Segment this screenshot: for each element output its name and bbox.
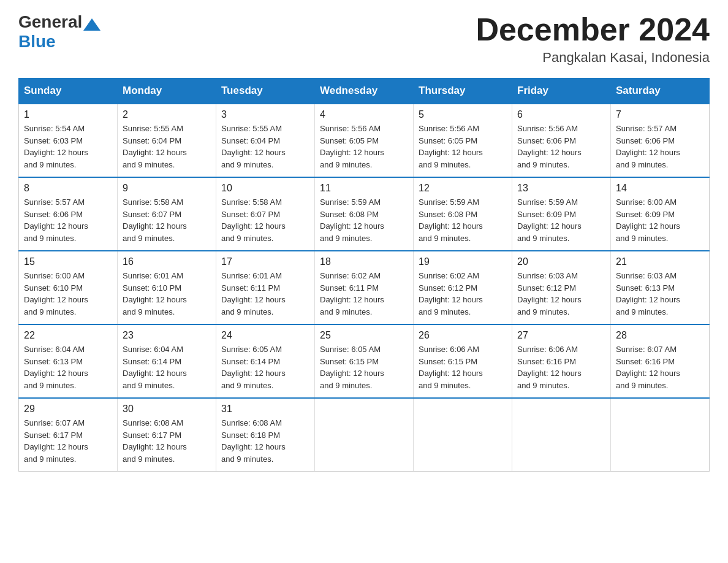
day-number: 12 — [419, 183, 507, 194]
day-number: 7 — [616, 109, 704, 120]
title-area: December 2024 Pangkalan Kasai, Indonesia — [476, 12, 710, 66]
day-number: 8 — [24, 183, 112, 194]
header-monday: Monday — [118, 79, 216, 104]
day-info: Sunrise: 5:55 AM Sunset: 6:04 PM Dayligh… — [221, 123, 309, 170]
day-number: 18 — [320, 256, 408, 267]
day-info: Sunrise: 5:59 AM Sunset: 6:09 PM Dayligh… — [517, 196, 605, 244]
day-info: Sunrise: 6:08 AM Sunset: 6:17 PM Dayligh… — [123, 417, 211, 465]
header-friday: Friday — [512, 79, 611, 104]
day-info: Sunrise: 6:00 AM Sunset: 6:10 PM Dayligh… — [24, 270, 112, 318]
day-number: 3 — [221, 109, 309, 120]
calendar-cell — [414, 398, 512, 472]
day-number: 27 — [517, 330, 605, 341]
calendar-cell: 31 Sunrise: 6:08 AM Sunset: 6:18 PM Dayl… — [216, 398, 315, 472]
calendar-cell — [611, 398, 710, 472]
page-header: General Blue December 2024 Pangkalan Kas… — [18, 12, 710, 66]
calendar-header-row: SundayMondayTuesdayWednesdayThursdayFrid… — [19, 79, 710, 104]
header-wednesday: Wednesday — [315, 79, 414, 104]
day-number: 17 — [221, 256, 309, 267]
day-info: Sunrise: 6:06 AM Sunset: 6:15 PM Dayligh… — [419, 343, 507, 391]
calendar-week-2: 8 Sunrise: 5:57 AM Sunset: 6:06 PM Dayli… — [19, 177, 710, 251]
calendar-cell: 3 Sunrise: 5:55 AM Sunset: 6:04 PM Dayli… — [216, 104, 315, 177]
day-info: Sunrise: 6:07 AM Sunset: 6:16 PM Dayligh… — [616, 343, 704, 391]
calendar-cell: 13 Sunrise: 5:59 AM Sunset: 6:09 PM Dayl… — [512, 177, 611, 251]
day-info: Sunrise: 6:02 AM Sunset: 6:12 PM Dayligh… — [419, 270, 507, 318]
calendar-cell: 21 Sunrise: 6:03 AM Sunset: 6:13 PM Dayl… — [611, 251, 710, 324]
location-title: Pangkalan Kasai, Indonesia — [476, 50, 710, 66]
calendar-cell: 15 Sunrise: 6:00 AM Sunset: 6:10 PM Dayl… — [19, 251, 118, 324]
day-number: 5 — [419, 109, 507, 120]
day-number: 6 — [517, 109, 605, 120]
day-number: 29 — [24, 404, 112, 415]
day-number: 14 — [616, 183, 704, 194]
day-number: 10 — [221, 183, 309, 194]
day-number: 26 — [419, 330, 507, 341]
day-info: Sunrise: 5:54 AM Sunset: 6:03 PM Dayligh… — [24, 123, 112, 170]
calendar-week-1: 1 Sunrise: 5:54 AM Sunset: 6:03 PM Dayli… — [19, 104, 710, 177]
day-number: 22 — [24, 330, 112, 341]
day-info: Sunrise: 5:59 AM Sunset: 6:08 PM Dayligh… — [419, 196, 507, 244]
day-info: Sunrise: 5:58 AM Sunset: 6:07 PM Dayligh… — [221, 196, 309, 244]
logo-text: General — [18, 12, 102, 32]
day-number: 9 — [123, 183, 211, 194]
day-info: Sunrise: 6:04 AM Sunset: 6:14 PM Dayligh… — [123, 343, 211, 391]
calendar-cell: 30 Sunrise: 6:08 AM Sunset: 6:17 PM Dayl… — [118, 398, 216, 472]
calendar-cell: 28 Sunrise: 6:07 AM Sunset: 6:16 PM Dayl… — [611, 324, 710, 398]
calendar-table: SundayMondayTuesdayWednesdayThursdayFrid… — [18, 78, 710, 472]
day-number: 28 — [616, 330, 704, 341]
calendar-cell: 23 Sunrise: 6:04 AM Sunset: 6:14 PM Dayl… — [118, 324, 216, 398]
day-info: Sunrise: 6:00 AM Sunset: 6:09 PM Dayligh… — [616, 196, 704, 244]
calendar-week-4: 22 Sunrise: 6:04 AM Sunset: 6:13 PM Dayl… — [19, 324, 710, 398]
calendar-cell: 17 Sunrise: 6:01 AM Sunset: 6:11 PM Dayl… — [216, 251, 315, 324]
calendar-cell: 18 Sunrise: 6:02 AM Sunset: 6:11 PM Dayl… — [315, 251, 414, 324]
day-number: 21 — [616, 256, 704, 267]
day-number: 23 — [123, 330, 211, 341]
day-info: Sunrise: 6:05 AM Sunset: 6:14 PM Dayligh… — [221, 343, 309, 391]
day-info: Sunrise: 5:56 AM Sunset: 6:06 PM Dayligh… — [517, 123, 605, 170]
header-sunday: Sunday — [19, 79, 118, 104]
day-info: Sunrise: 6:06 AM Sunset: 6:16 PM Dayligh… — [517, 343, 605, 391]
day-info: Sunrise: 5:57 AM Sunset: 6:06 PM Dayligh… — [616, 123, 704, 170]
calendar-cell: 8 Sunrise: 5:57 AM Sunset: 6:06 PM Dayli… — [19, 177, 118, 251]
logo-general: General — [18, 12, 82, 32]
day-number: 19 — [419, 256, 507, 267]
calendar-cell — [512, 398, 611, 472]
calendar-cell: 19 Sunrise: 6:02 AM Sunset: 6:12 PM Dayl… — [414, 251, 512, 324]
day-number: 2 — [123, 109, 211, 120]
calendar-cell: 14 Sunrise: 6:00 AM Sunset: 6:09 PM Dayl… — [611, 177, 710, 251]
day-info: Sunrise: 5:56 AM Sunset: 6:05 PM Dayligh… — [419, 123, 507, 170]
month-title: December 2024 — [476, 12, 710, 47]
day-info: Sunrise: 6:04 AM Sunset: 6:13 PM Dayligh… — [24, 343, 112, 391]
calendar-cell: 22 Sunrise: 6:04 AM Sunset: 6:13 PM Dayl… — [19, 324, 118, 398]
calendar-cell: 1 Sunrise: 5:54 AM Sunset: 6:03 PM Dayli… — [19, 104, 118, 177]
day-number: 13 — [517, 183, 605, 194]
calendar-cell — [315, 398, 414, 472]
day-number: 4 — [320, 109, 408, 120]
calendar-cell: 2 Sunrise: 5:55 AM Sunset: 6:04 PM Dayli… — [118, 104, 216, 177]
day-number: 20 — [517, 256, 605, 267]
logo-blue: Blue — [18, 32, 56, 52]
calendar-cell: 25 Sunrise: 6:05 AM Sunset: 6:15 PM Dayl… — [315, 324, 414, 398]
day-number: 24 — [221, 330, 309, 341]
day-number: 31 — [221, 404, 309, 415]
calendar-week-3: 15 Sunrise: 6:00 AM Sunset: 6:10 PM Dayl… — [19, 251, 710, 324]
day-number: 15 — [24, 256, 112, 267]
logo: General Blue — [18, 12, 102, 52]
day-info: Sunrise: 5:55 AM Sunset: 6:04 PM Dayligh… — [123, 123, 211, 170]
day-info: Sunrise: 5:56 AM Sunset: 6:05 PM Dayligh… — [320, 123, 408, 170]
calendar-cell: 27 Sunrise: 6:06 AM Sunset: 6:16 PM Dayl… — [512, 324, 611, 398]
day-info: Sunrise: 6:07 AM Sunset: 6:17 PM Dayligh… — [24, 417, 112, 465]
header-thursday: Thursday — [414, 79, 512, 104]
day-info: Sunrise: 5:57 AM Sunset: 6:06 PM Dayligh… — [24, 196, 112, 244]
calendar-cell: 26 Sunrise: 6:06 AM Sunset: 6:15 PM Dayl… — [414, 324, 512, 398]
day-number: 11 — [320, 183, 408, 194]
calendar-cell: 9 Sunrise: 5:58 AM Sunset: 6:07 PM Dayli… — [118, 177, 216, 251]
calendar-cell: 7 Sunrise: 5:57 AM Sunset: 6:06 PM Dayli… — [611, 104, 710, 177]
day-number: 30 — [123, 404, 211, 415]
day-info: Sunrise: 5:58 AM Sunset: 6:07 PM Dayligh… — [123, 196, 211, 244]
day-info: Sunrise: 6:01 AM Sunset: 6:10 PM Dayligh… — [123, 270, 211, 318]
calendar-cell: 29 Sunrise: 6:07 AM Sunset: 6:17 PM Dayl… — [19, 398, 118, 472]
day-info: Sunrise: 6:03 AM Sunset: 6:13 PM Dayligh… — [616, 270, 704, 318]
calendar-week-5: 29 Sunrise: 6:07 AM Sunset: 6:17 PM Dayl… — [19, 398, 710, 472]
calendar-cell: 4 Sunrise: 5:56 AM Sunset: 6:05 PM Dayli… — [315, 104, 414, 177]
